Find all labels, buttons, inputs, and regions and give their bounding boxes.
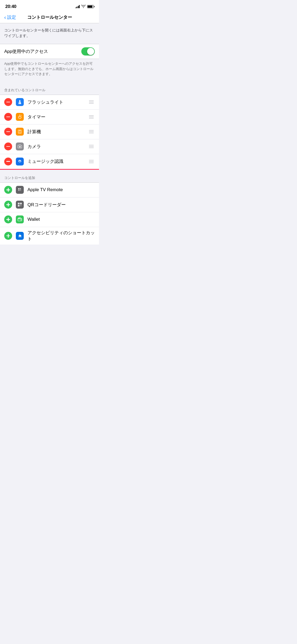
plus-icon — [6, 218, 10, 221]
status-bar: 20:40 — [0, 0, 99, 12]
svg-point-31 — [20, 234, 20, 234]
list-item: タイマー — [0, 110, 99, 125]
appletv-label: Apple TV Remote — [27, 187, 95, 192]
qr-icon — [16, 201, 24, 209]
status-time: 20:40 — [5, 4, 16, 9]
remove-calculator-button[interactable] — [4, 128, 12, 136]
svg-point-11 — [20, 161, 20, 162]
flashlight-label: フラッシュライト — [27, 99, 88, 105]
back-button[interactable]: ‹ 設定 — [4, 14, 16, 20]
remove-shazam-button[interactable] — [4, 158, 12, 165]
flashlight-icon — [16, 98, 24, 106]
toggle-description: App使用中でもコントロールセンターへのアクセスを許可します。無効のときでも、ホ… — [0, 59, 99, 82]
back-label: 設定 — [7, 14, 16, 20]
svg-rect-18 — [21, 190, 21, 190]
svg-point-7 — [20, 133, 20, 133]
svg-point-4 — [20, 132, 20, 132]
remove-camera-button[interactable] — [4, 142, 12, 150]
svg-point-10 — [20, 146, 20, 147]
included-controls-list: フラッシュライト タイマー — [0, 95, 99, 169]
remove-flashlight-button[interactable] — [4, 98, 12, 106]
svg-rect-16 — [18, 190, 20, 191]
list-item: QRコードリーダー — [0, 197, 99, 212]
plus-icon — [6, 188, 10, 192]
remove-timer-button[interactable] — [4, 113, 12, 121]
wallet-icon — [16, 215, 24, 223]
svg-rect-12 — [18, 188, 20, 189]
svg-rect-20 — [21, 190, 21, 191]
add-controls-list: Apple TV Remote QRコードリーダー — [0, 182, 99, 245]
app-access-toggle-row: App使用中のアクセス — [0, 44, 99, 59]
svg-point-3 — [19, 132, 19, 132]
svg-rect-15 — [18, 190, 20, 190]
drag-handle[interactable] — [88, 99, 95, 105]
toggle-knob — [87, 48, 94, 55]
calculator-icon — [16, 128, 24, 136]
svg-rect-30 — [19, 218, 21, 218]
plus-icon — [6, 203, 10, 206]
toggle-label: App使用中のアクセス — [4, 48, 48, 54]
battery-icon — [87, 5, 94, 8]
add-qr-button[interactable] — [4, 201, 12, 209]
svg-rect-27 — [18, 218, 22, 221]
svg-rect-13 — [20, 188, 21, 189]
list-item: Wallet — [0, 212, 99, 227]
svg-rect-26 — [18, 205, 19, 206]
svg-point-8 — [20, 133, 21, 133]
add-wallet-button[interactable] — [4, 215, 12, 223]
drag-handle[interactable] — [88, 114, 95, 119]
nav-bar: ‹ 設定 コントロールセンター — [0, 12, 99, 23]
svg-rect-14 — [20, 189, 21, 189]
accessibility-icon — [16, 232, 24, 240]
svg-rect-28 — [21, 220, 21, 220]
list-item: カメラ — [0, 139, 99, 154]
list-item: フラッシュライト — [0, 95, 99, 110]
add-appletv-button[interactable] — [4, 186, 12, 194]
status-icons — [76, 5, 94, 8]
svg-rect-2 — [19, 131, 21, 131]
accessibility-label: アクセシビリティのショートカット — [27, 230, 95, 242]
svg-point-5 — [20, 132, 21, 132]
list-item: Apple TV Remote — [0, 183, 99, 197]
description-section: コントロールセンターを開くには画面右上から下にスワイプします。 — [0, 23, 99, 44]
back-chevron-icon: ‹ — [4, 15, 6, 20]
add-controls-header: コントロールを追加 — [0, 170, 99, 182]
signal-icon — [76, 5, 80, 8]
timer-icon — [16, 113, 24, 121]
app-access-toggle[interactable] — [81, 47, 95, 56]
appletv-icon — [16, 186, 24, 194]
page-title: コントロールセンター — [27, 14, 72, 20]
drag-handle[interactable] — [88, 129, 95, 134]
list-item: ミュージック認識 — [0, 154, 99, 169]
camera-icon — [16, 142, 24, 150]
svg-rect-22 — [18, 203, 19, 204]
svg-point-6 — [19, 133, 19, 133]
drag-handle[interactable] — [88, 144, 95, 149]
wallet-label: Wallet — [27, 217, 95, 222]
shazam-icon — [16, 158, 24, 165]
wifi-icon — [81, 5, 86, 8]
qr-label: QRコードリーダー — [27, 202, 95, 208]
shazam-label: ミュージック認識 — [27, 158, 88, 164]
svg-rect-19 — [20, 190, 20, 191]
included-controls-header: 含まれているコントロール — [0, 82, 99, 95]
calculator-label: 計算機 — [27, 129, 88, 135]
svg-rect-24 — [21, 203, 21, 204]
list-item: 計算機 — [0, 125, 99, 139]
camera-label: カメラ — [27, 144, 88, 150]
svg-rect-17 — [20, 190, 20, 190]
drag-handle[interactable] — [88, 159, 95, 164]
timer-label: タイマー — [27, 114, 88, 120]
description-text: コントロールセンターを開くには画面右上から下にスワイプします。 — [4, 28, 93, 38]
toggle-section: App使用中のアクセス App使用中でもコントロールセンターへのアクセスを許可し… — [0, 44, 99, 82]
add-accessibility-button[interactable] — [4, 232, 12, 240]
list-item: アクセシビリティのショートカット — [0, 227, 99, 245]
plus-icon — [6, 234, 10, 238]
